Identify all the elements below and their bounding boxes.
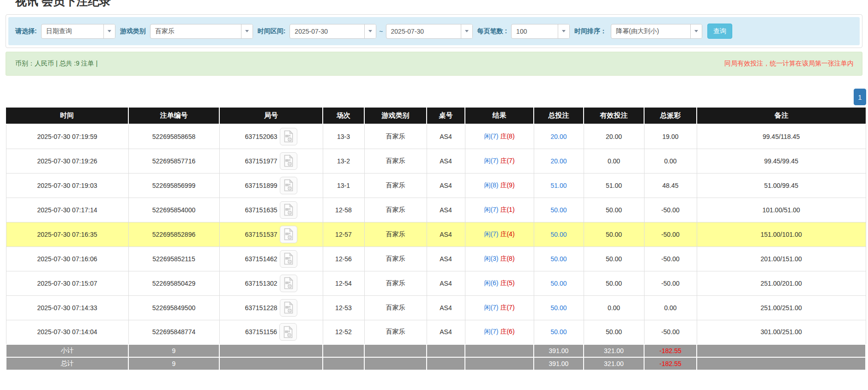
time-cell: 2025-07-30 07:19:59: [6, 124, 128, 149]
total-bet-link[interactable]: 50.00: [550, 328, 567, 336]
result-cell: 闲(8) 庄(9): [465, 173, 534, 198]
time-cell: 2025-07-30 07:19:03: [6, 173, 128, 198]
video-replay-icon: [283, 179, 294, 192]
footer-label-cell: 总计: [6, 357, 128, 370]
time-cell: 2025-07-30 07:16:06: [6, 246, 128, 271]
total-bet-link[interactable]: 51.00: [550, 182, 567, 189]
table-row: 2025-07-30 07:14:04522695848774637151156…: [6, 320, 866, 344]
valid-bet-cell: 20.00: [584, 124, 644, 149]
time-cell: 2025-07-30 07:16:35: [6, 222, 128, 246]
footer-payout-cell: -182.55: [644, 344, 697, 357]
table-no-cell: AS4: [427, 246, 465, 271]
time-sort-select[interactable]: 降幂(由大到小): [611, 24, 702, 39]
valid-bet-cell: 51.00: [584, 173, 644, 198]
session-cell: 12-52: [323, 320, 364, 344]
video-replay-icon: [283, 252, 294, 265]
page-title: 视讯 会员下注纪录: [15, 0, 111, 9]
footer-valid-bet-cell: 321.00: [584, 357, 644, 370]
page-size-select[interactable]: 100: [511, 24, 570, 39]
video-replay-icon: [283, 277, 294, 289]
summary-bar: 币别：人民币 | 总共 :9 注单 | 同局有效投注，统一计算在该局第一张注单内: [6, 52, 862, 76]
footer-count-cell: 9: [128, 357, 219, 370]
round-id-cell: 637151462: [219, 246, 323, 271]
total-bet-link[interactable]: 50.00: [550, 206, 567, 214]
chevron-down-icon[interactable]: [461, 24, 472, 38]
game-type-cell: 百家乐: [364, 271, 427, 295]
chevron-down-icon[interactable]: [103, 24, 115, 38]
video-replay-button[interactable]: [279, 323, 297, 341]
grand-total-row: 总计9391.00321.00-182.55: [6, 357, 866, 370]
table-row: 2025-07-30 07:19:26522695857716637151977…: [6, 149, 866, 173]
result-player: 闲(7): [484, 328, 498, 335]
column-header: 时间: [6, 108, 128, 124]
result-banker: 庄(5): [500, 279, 514, 287]
video-replay-icon: [283, 326, 294, 338]
session-cell: 12-53: [323, 295, 364, 320]
total-bet-link[interactable]: 50.00: [550, 231, 567, 238]
date-to-select[interactable]: 2025-07-30: [386, 24, 473, 39]
total-bet-link[interactable]: 50.00: [550, 280, 567, 287]
search-button[interactable]: 查询: [707, 24, 732, 39]
table-no-cell: AS4: [427, 320, 465, 344]
date-to-value: 2025-07-30: [386, 24, 461, 38]
round-id-cell: 637151302: [219, 271, 323, 295]
video-replay-button[interactable]: [280, 299, 297, 317]
result-banker: 庄(7): [500, 157, 514, 164]
chevron-down-icon[interactable]: [241, 24, 253, 38]
footer-empty-cell: [364, 357, 427, 370]
time-cell: 2025-07-30 07:14:33: [6, 295, 128, 320]
chevron-down-icon[interactable]: [690, 24, 702, 38]
video-replay-button[interactable]: [280, 275, 297, 292]
column-header: 总投注: [534, 108, 584, 124]
video-replay-icon: [283, 228, 294, 240]
remark-cell: 101.00/51.00: [697, 198, 866, 222]
pagination-page-1[interactable]: 1: [854, 89, 866, 105]
video-replay-button[interactable]: [280, 250, 297, 268]
query-type-select[interactable]: 日期查询: [41, 24, 115, 39]
table-no-cell: AS4: [427, 149, 465, 173]
time-sort-label: 时间排序：: [574, 27, 607, 36]
bet-id-cell: 522695858658: [128, 124, 219, 149]
video-replay-button[interactable]: [280, 128, 297, 145]
game-type-select[interactable]: 百家乐: [150, 24, 253, 39]
result-banker: 庄(8): [500, 255, 514, 262]
table-no-cell: AS4: [427, 198, 465, 222]
video-replay-button[interactable]: [280, 177, 297, 194]
currency-summary-text: 币别：人民币 | 总共 :9 注单 |: [15, 60, 97, 68]
column-header: 桌号: [427, 108, 465, 124]
column-header: 备注: [697, 108, 866, 124]
result-player: 闲(7): [484, 132, 498, 140]
round-id-text: 637151635: [245, 206, 277, 214]
column-header: 注单编号: [128, 108, 219, 124]
video-replay-button[interactable]: [280, 226, 297, 243]
total-bet-link[interactable]: 20.00: [550, 157, 567, 165]
valid-bet-cell: 50.00: [584, 246, 644, 271]
result-banker: 庄(4): [500, 230, 514, 238]
query-type-value: 日期查询: [42, 24, 103, 38]
valid-bet-cell: 50.00: [584, 222, 644, 246]
round-id-group: 637151635: [245, 201, 297, 219]
total-bet-cell: 51.00: [534, 173, 584, 198]
total-bet-cell: 50.00: [534, 320, 584, 344]
total-bet-link[interactable]: 20.00: [550, 133, 567, 140]
total-bet-link[interactable]: 50.00: [550, 255, 567, 263]
footer-count-cell: 9: [128, 344, 219, 357]
footer-empty-cell: [427, 344, 465, 357]
video-replay-button[interactable]: [280, 152, 297, 170]
time-range-label: 时间区间:: [258, 27, 286, 36]
total-bet-cell: 50.00: [534, 198, 584, 222]
table-row: 2025-07-30 07:17:14522695854000637151635…: [6, 198, 866, 222]
table-row: 2025-07-30 07:14:33522695849500637151228…: [6, 295, 866, 320]
result-cell: 闲(7) 庄(8): [465, 124, 534, 149]
round-id-cell: 637151228: [219, 295, 323, 320]
round-id-text: 637151302: [245, 280, 277, 287]
date-from-value: 2025-07-30: [290, 24, 364, 38]
game-type-label: 游戏类别: [120, 27, 146, 36]
date-from-select[interactable]: 2025-07-30: [289, 24, 376, 39]
total-bet-link[interactable]: 50.00: [550, 304, 567, 312]
chevron-down-icon[interactable]: [364, 24, 376, 38]
chevron-down-icon[interactable]: [558, 24, 569, 38]
round-id-group: 637151228: [245, 299, 297, 317]
video-replay-button[interactable]: [280, 201, 297, 219]
session-cell: 12-54: [323, 271, 364, 295]
